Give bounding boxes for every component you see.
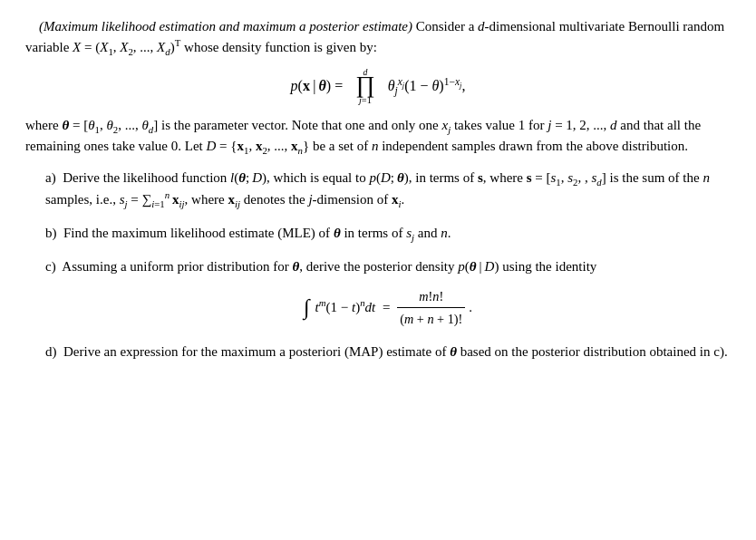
- intro-paragraph: (Maximum likelihood estimation and maxim…: [25, 16, 731, 59]
- part-b: b) Find the maximum likelihood estimate …: [45, 223, 731, 244]
- part-a-text: a) Derive the likelihood function l(θ; D…: [45, 168, 731, 210]
- formula-lhs: p(x | θ) =: [291, 75, 344, 98]
- main-formula: p(x | θ) = d ∏ j=1 θjxj(1 − θ)1−xj,: [25, 68, 731, 106]
- integral-sign: ∫: [304, 291, 310, 324]
- integral-fraction: m!n! (m + n + 1)!: [397, 286, 465, 329]
- part-b-text: b) Find the maximum likelihood estimate …: [45, 223, 731, 244]
- part-a: a) Derive the likelihood function l(θ; D…: [45, 168, 731, 210]
- part-d: d) Derive an expression for the maximum …: [45, 342, 731, 362]
- integral-integrand: tm(1 − t)ndt: [315, 297, 376, 318]
- formula-rhs: θjxj(1 − θ)1−xj,: [388, 75, 466, 98]
- product-notation: d ∏ j=1: [355, 68, 374, 106]
- main-content: (Maximum likelihood estimation and maxim…: [25, 16, 731, 363]
- part-c: c) Assuming a uniform prior distribution…: [45, 256, 731, 329]
- integral-formula: ∫ tm(1 − t)ndt = m!n! (m + n + 1)! .: [45, 286, 731, 329]
- integral-period: .: [469, 297, 472, 318]
- problem-parts: a) Derive the likelihood function l(θ; D…: [45, 168, 731, 362]
- where-paragraph: where θ = [θ1, θ2, ..., θd] is the param…: [25, 115, 731, 158]
- part-d-text: d) Derive an expression for the maximum …: [45, 342, 731, 362]
- part-c-text: c) Assuming a uniform prior distribution…: [45, 256, 731, 277]
- integral-equals: =: [379, 297, 393, 318]
